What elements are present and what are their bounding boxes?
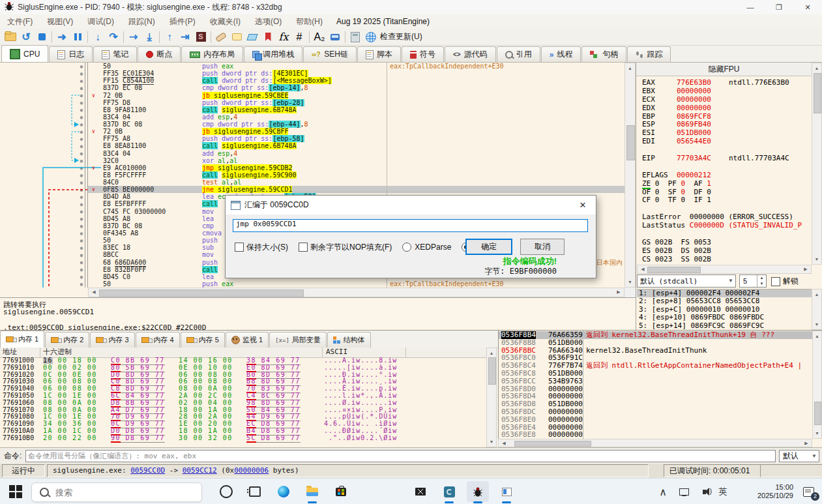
scroll-right-icon[interactable]: ▶ (801, 265, 810, 273)
dump-row[interactable]: 776910B020 00 22 0090 D8 69 7730 00 32 0… (0, 435, 486, 442)
menu-item-V[interactable]: 视图(V) (40, 14, 80, 29)
dump-tab-内存3[interactable]: 内存 3 (90, 332, 134, 348)
register-line[interactable]: CF 0 TF 0 IF 1 (642, 196, 813, 205)
scrollbar-thumb[interactable] (99, 289, 304, 297)
dialog-checkbox[interactable]: 保持大小(S) (235, 242, 288, 253)
argument-row[interactable]: 5: [esp+14] 0869FC9C 0869FC9C (637, 322, 812, 330)
comments-button[interactable] (229, 30, 244, 44)
scroll-up-icon[interactable]: ▲ (813, 332, 821, 340)
dump-tab-监视1[interactable]: 监视 1 (226, 332, 269, 348)
calculator-button[interactable] (347, 30, 363, 44)
bookmarks-button[interactable] (260, 30, 276, 44)
scroll-up-icon[interactable]: ▲ (812, 290, 821, 299)
dialog-radio-XEDParse[interactable]: XEDParse (402, 243, 451, 252)
start-button[interactable] (9, 485, 22, 498)
functions-button[interactable]: fx (276, 30, 291, 44)
command-profile-select[interactable]: 默认▼ (779, 450, 819, 462)
step-into-button[interactable]: ↓ (90, 30, 106, 44)
disasm-row[interactable]: ∨0F85 BE000000jne siglusengine.59CCD1 (88, 186, 624, 193)
taskbar-app-task-view[interactable] (244, 481, 266, 502)
scroll-down-icon[interactable]: ▼ (812, 320, 821, 329)
search-input[interactable] (54, 487, 174, 498)
address-link[interactable]: 0059CC0D (130, 466, 165, 475)
register-line[interactable]: EIP 77703A4Cntdll.77703A4C (642, 155, 813, 163)
tab-call-stack[interactable]: 调用堆栈 (244, 46, 302, 62)
menu-item-P[interactable]: 插件(P) (162, 14, 203, 29)
scroll-right-icon[interactable]: ▶ (802, 439, 811, 447)
input-language[interactable]: 英 (715, 479, 731, 504)
taskbar-app-blue-window[interactable] (495, 481, 518, 502)
taskbar-search[interactable] (31, 482, 202, 502)
address-link[interactable]: 0059CC12 (183, 466, 217, 475)
scrollbar-thumb[interactable] (514, 441, 591, 447)
pause-button[interactable] (70, 30, 85, 44)
disasm-row[interactable]: 84C0test al,al (88, 179, 624, 186)
column-address[interactable]: 地址 (3, 348, 17, 357)
disassembly-vertical-scrollbar[interactable]: ▲ ▼ (624, 63, 636, 288)
stack-row[interactable]: 0536F8E000000000 (499, 416, 813, 424)
disasm-row[interactable]: ∨72 0Bjb siglusengine.59CBFF (88, 128, 624, 135)
menu-item-F[interactable]: 文件(F) (0, 14, 40, 29)
stack-row[interactable]: 0536F8E400000000 (499, 424, 813, 432)
menu-item-H[interactable]: 帮助(H) (289, 14, 330, 29)
dump-vertical-scrollbar[interactable]: ▲ ▼ (486, 348, 497, 447)
tab-cpu[interactable]: CPU (1, 45, 48, 62)
stack-row[interactable]: 0536F8C8051DB000 (499, 370, 813, 378)
clock[interactable]: 15:002025/10/29 (757, 479, 793, 504)
disasm-row[interactable]: E8 8EA81100call siglusengine.6B748A (88, 142, 624, 149)
tab-script[interactable]: 脚本 (357, 46, 401, 62)
dump-tab-结构体[interactable]: 结构体 (327, 332, 371, 348)
calling-convention-select[interactable]: 默认 (stdcall)▼ (637, 274, 736, 288)
dump-row[interactable]: 7769106008 00 0A 00D8 8B 69 7702 00 04 0… (0, 400, 486, 407)
update-check-button[interactable] (363, 30, 379, 44)
labels-button[interactable] (244, 30, 260, 44)
tab-references[interactable]: 引用 (497, 46, 540, 62)
scrollbar-thumb[interactable] (626, 125, 635, 160)
disasm-row[interactable]: 50push eaxeax:TpCallbackIndependent+E30 (88, 63, 624, 70)
argument-row[interactable]: 4: [esp+10] 0869FBDC 0869FBDC (637, 314, 812, 321)
stack-row[interactable]: 0536F8C4776F7B74返回到 ntdll.RtlGetAppConta… (499, 362, 813, 370)
close-button[interactable]: ✕ (793, 0, 822, 14)
tab-notes[interactable]: 笔记 (93, 46, 137, 62)
run-button[interactable]: ➜ (54, 30, 70, 44)
taskbar-app-mail[interactable] (409, 481, 432, 502)
patches-button[interactable] (213, 30, 229, 44)
stack-row[interactable]: 0536F8BC76A66340kernel32.BaseThreadInitT… (499, 347, 813, 355)
dump-tab-内存2[interactable]: 内存 2 (45, 332, 89, 348)
command-input[interactable] (25, 450, 776, 462)
scroll-right-icon[interactable]: ▶ (614, 288, 623, 297)
assemble-instruction-input[interactable]: jmp 0x0059CCD1 (233, 219, 588, 232)
ok-button[interactable]: 确定 (465, 239, 512, 255)
scrollbar-thumb[interactable] (488, 357, 496, 385)
stack-row[interactable]: 0536F8D400000000 (499, 393, 813, 400)
registers-vertical-scrollbar[interactable]: ▲ ▼ (812, 63, 822, 265)
font-az-button[interactable]: A₂ (312, 30, 327, 44)
run-to-user-button[interactable]: ⇥ (177, 30, 193, 44)
disasm-row[interactable]: 32C0xor al,al (88, 157, 624, 164)
disasm-row[interactable]: 837D BC 08cmp dword ptr ss:[ebp-44],8 (88, 121, 624, 128)
stack-row[interactable]: 0536F8D8051DB000 (499, 400, 813, 408)
taskbar-app-x32dbg-bug[interactable] (467, 481, 489, 502)
disasm-row[interactable]: ∨E9 AC010000jmp siglusengine.59CDB2 (88, 164, 624, 171)
argument-depth-spinner[interactable]: 5 ▲▼ (739, 274, 767, 288)
tab-breakpoint[interactable]: 断点 (138, 46, 181, 62)
stack-row[interactable]: 0536F8B8051DB000 (499, 339, 813, 347)
column-ascii[interactable]: ASCII (326, 348, 347, 357)
dump-tab-内存4[interactable]: 内存 4 (136, 332, 180, 348)
disasm-row[interactable]: FF75 A8push dword ptr ss:[ebp-58] (88, 135, 624, 142)
scrollbar-thumb[interactable] (647, 267, 701, 273)
stack-row[interactable]: 0536F8B476A66359返回到 kernel32.BaseThreadI… (499, 331, 813, 339)
stack-vertical-scrollbar[interactable]: ▲ ▼ (812, 331, 822, 439)
restart-button[interactable]: ↺ (18, 30, 34, 44)
dump-tab-内存5[interactable]: 内存 5 (181, 332, 225, 348)
scroll-up-icon[interactable]: ▲ (625, 64, 635, 72)
arguments-vertical-scrollbar[interactable]: ▲ ▼ (812, 289, 822, 330)
step-down-button[interactable]: ⤓ (141, 30, 157, 44)
tab-threads[interactable]: »线程 (541, 46, 581, 62)
registers-horizontal-scrollbar[interactable]: ◀ ▶ (637, 265, 812, 274)
disassembly-horizontal-scrollbar[interactable]: ◀ ▶ (88, 288, 624, 297)
dump-row[interactable]: 7769101000 00 02 0080 5B 69 770E 00 10 0… (0, 364, 486, 372)
network-icon[interactable] (676, 479, 692, 504)
scroll-up-icon[interactable]: ▲ (487, 349, 496, 357)
tab-log[interactable]: 日志 (49, 46, 93, 62)
